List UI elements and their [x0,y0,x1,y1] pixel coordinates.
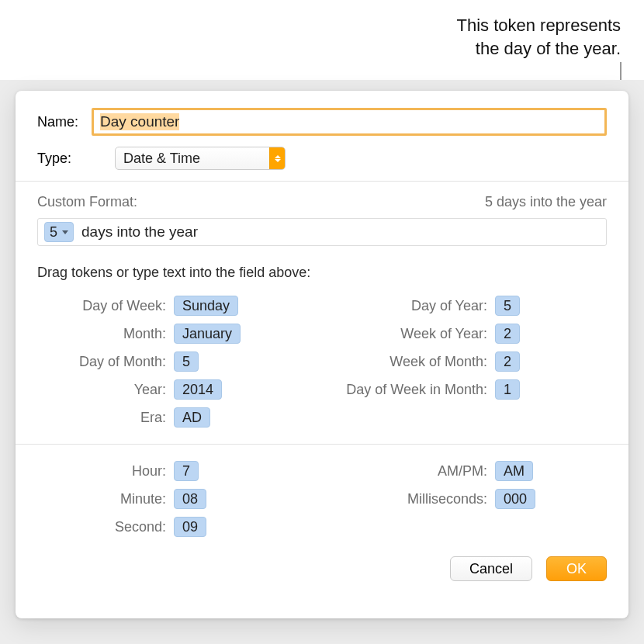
date-tokens-left-col: Day of Week:Sunday Month:January Day of … [37,292,317,431]
token-milliseconds[interactable]: 000 [495,489,535,509]
divider [16,181,628,182]
format-trailing-text: days into the year [81,223,198,241]
custom-format-section: Custom Format: 5 days into the year 5 da… [16,194,628,246]
token-label: AM/PM: [317,463,495,480]
token-day-of-month[interactable]: 5 [174,351,199,372]
token-week-of-year[interactable]: 2 [495,324,520,344]
custom-format-dialog: Name: Type: Date & Time Custom Format: 5… [16,91,628,618]
format-token-value: 5 [50,224,57,241]
divider [16,444,628,445]
token-label: Week of Year: [317,326,495,342]
format-token-day-of-year[interactable]: 5 [44,222,74,242]
type-select[interactable]: Date & Time [115,147,286,170]
token-label: Minute: [37,491,174,507]
dialog-footer: Cancel OK [16,541,628,581]
token-label: Day of Week in Month: [317,382,495,398]
token-week-of-month[interactable]: 2 [495,351,520,372]
token-label: Milliseconds: [317,491,495,507]
custom-format-field[interactable]: 5 days into the year [37,218,607,246]
custom-format-label: Custom Format: [37,194,137,210]
token-month[interactable]: January [174,324,241,344]
token-label: Year: [37,382,174,398]
time-tokens-left-col: Hour:7 Minute:08 Second:09 [37,457,317,541]
type-label: Type: [37,151,92,167]
name-row: Name: [16,108,628,136]
token-day-of-week[interactable]: Sunday [174,296,238,316]
token-label: Day of Year: [317,298,495,314]
name-label: Name: [37,114,92,130]
token-hour[interactable]: 7 [174,461,199,481]
type-select-value: Date & Time [123,151,200,167]
date-tokens-grid: Day of Week:Sunday Month:January Day of … [16,292,628,431]
date-tokens-right-col: Day of Year:5 Week of Year:2 Week of Mon… [317,292,607,431]
callout-line-2: the day of the year. [476,39,621,58]
callout-line-1: This token represents [456,16,621,35]
chevron-down-icon [62,230,68,234]
token-label: Era: [37,410,174,426]
custom-format-preview: 5 days into the year [485,194,607,210]
time-tokens-grid: Hour:7 Minute:08 Second:09 AM/PM:AM Mill… [16,457,628,541]
ok-button[interactable]: OK [546,556,607,581]
token-year[interactable]: 2014 [174,379,222,400]
drag-instructions: Drag tokens or type text into the field … [16,265,628,281]
token-label: Day of Week: [37,298,174,314]
callout-text: This token represents the day of the yea… [456,14,621,60]
token-second[interactable]: 09 [174,517,206,537]
cancel-button[interactable]: Cancel [450,556,532,581]
time-tokens-right-col: AM/PM:AM Milliseconds:000 [317,457,607,541]
token-day-of-week-in-month[interactable]: 1 [495,379,520,400]
token-era[interactable]: AD [174,407,210,428]
token-label: Hour: [37,463,174,480]
token-day-of-year[interactable]: 5 [495,296,520,316]
token-label: Second: [37,519,174,535]
name-input[interactable] [94,110,604,133]
updown-caret-icon [269,147,285,169]
token-minute[interactable]: 08 [174,489,206,509]
token-label: Day of Month: [37,354,174,370]
token-ampm[interactable]: AM [495,461,533,481]
custom-format-subhead: Custom Format: 5 days into the year [37,194,607,210]
token-label: Week of Month: [317,354,495,370]
token-label: Month: [37,326,174,342]
type-row: Type: Date & Time [16,147,628,170]
name-field-wrap [92,108,607,136]
